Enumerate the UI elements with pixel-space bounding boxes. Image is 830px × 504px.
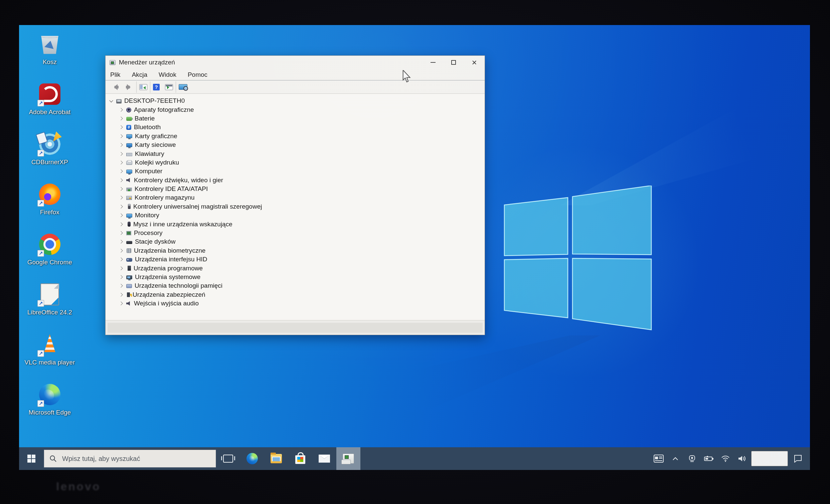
desktop-icon-vlc-media-player[interactable]: ↗ VLC media player <box>23 331 76 381</box>
start-button[interactable] <box>19 447 44 470</box>
toolbar-button-help[interactable]: ? <box>150 81 162 93</box>
desktop-icon-google-chrome[interactable]: ↗ Google Chrome <box>23 231 76 281</box>
tree-item-urz-dzenia-technologii-pami-ci[interactable]: Urządzenia technologii pamięci <box>105 281 485 290</box>
expand-chevron-icon[interactable] <box>119 152 124 156</box>
tree-item-kontrolery-d-wi-ku-wideo-i-gier[interactable]: Kontrolery dźwięku, wideo i gier <box>105 176 485 184</box>
taskbar-app-button-task-view[interactable] <box>216 447 240 470</box>
expand-chevron-icon[interactable] <box>119 160 124 165</box>
search-input[interactable] <box>61 455 202 463</box>
shortcut-arrow-icon: ↗ <box>37 250 44 257</box>
desktop-icon-microsoft-edge[interactable]: ↗ Microsoft Edge <box>23 381 76 432</box>
window-titlebar[interactable]: Menedżer urządzeń × <box>105 56 485 69</box>
toolbar-button-properties[interactable] <box>162 81 176 93</box>
tree-item-baterie[interactable]: Baterie <box>105 114 485 123</box>
action-center-icon[interactable] <box>789 447 807 470</box>
expand-chevron-icon[interactable] <box>119 239 124 244</box>
battery-tray-icon[interactable] <box>701 447 716 470</box>
wifi-icon[interactable] <box>718 447 733 470</box>
desktop-icon-adobe-acrobat[interactable]: ↗ Adobe Acrobat <box>23 81 76 131</box>
tree-item-aparaty-fotograficzne[interactable]: Aparaty fotograficzne <box>105 105 485 114</box>
tree-item-karty-graficzne[interactable]: Karty graficzne <box>105 132 485 140</box>
nav-forward-icon <box>125 84 134 90</box>
tree-item-wej-cia-i-wyj-cia-audio[interactable]: Wejścia i wyjścia audio <box>105 299 485 308</box>
expand-chevron-icon[interactable] <box>119 257 124 262</box>
news-icon[interactable] <box>651 447 666 470</box>
desktop-icon-kosz[interactable]: ↗ Kosz <box>23 31 76 81</box>
expand-chevron-icon[interactable] <box>119 142 124 147</box>
tree-root-computer[interactable]: DESKTOP-7EEETH0 <box>105 97 485 105</box>
close-button[interactable]: × <box>464 56 485 69</box>
menu-item-pomoc[interactable]: Pomoc <box>188 71 208 78</box>
tree-item-stacje-dysk-w[interactable]: Stacje dysków <box>105 237 485 246</box>
tree-item-urz-dzenia-biometryczne[interactable]: Urządzenia biometryczne <box>105 246 485 255</box>
tree-item-kolejki-wydruku[interactable]: Kolejki wydruku <box>105 158 485 167</box>
tree-item-kontrolery-ide-ata-atapi[interactable]: Kontrolery IDE ATA/ATAPI <box>105 184 485 193</box>
horizontal-scrollbar[interactable] <box>105 320 485 335</box>
taskbar-app-button-store[interactable] <box>288 447 312 470</box>
recycle-bin-icon <box>39 33 60 55</box>
expand-chevron-icon[interactable] <box>119 275 124 279</box>
memory-tech-icon <box>126 284 132 288</box>
expand-chevron-icon[interactable] <box>119 222 124 227</box>
tree-item-kontrolery-magazynu[interactable]: Kontrolery magazynu <box>105 193 485 202</box>
tree-item-kontrolery-uniwersalnej-magistrali-szeregowej[interactable]: Kontrolery uniwersalnej magistrali szere… <box>105 202 485 211</box>
webcam-icon[interactable] <box>684 447 700 470</box>
tb-dm-icon <box>343 453 354 464</box>
tree-item-klawiatury[interactable]: Klawiatury <box>105 149 485 158</box>
volume-icon[interactable] <box>734 447 750 470</box>
tree-item-urz-dzenia-zabezpiecze[interactable]: Urządzenia zabezpieczeń <box>105 291 485 299</box>
expand-chevron-icon[interactable] <box>119 283 124 288</box>
taskbar-clock[interactable]: 11:51 26.04.2024 <box>751 451 788 467</box>
menu-item-plik[interactable]: Plik <box>110 71 121 78</box>
toolbar-button-show-console[interactable] <box>136 81 150 93</box>
expand-chevron-icon[interactable] <box>119 213 124 217</box>
expand-chevron-icon[interactable] <box>119 107 124 112</box>
tree-item-bluetooth[interactable]: Bluetooth <box>105 123 485 132</box>
menu-item-akcja[interactable]: Akcja <box>132 71 147 78</box>
expand-chevron-icon[interactable] <box>119 195 124 200</box>
menu-item-widok[interactable]: Widok <box>159 71 177 78</box>
tree-item-label: Bluetooth <box>134 124 161 131</box>
taskbar-app-button-tb-dm[interactable] <box>336 447 360 470</box>
minimize-button[interactable] <box>422 56 443 69</box>
expand-chevron-icon[interactable] <box>119 292 124 297</box>
expand-chevron-icon[interactable] <box>119 116 124 121</box>
expand-chevron-icon[interactable] <box>119 187 124 191</box>
tree-item-label: Wejścia i wyjścia audio <box>134 300 199 307</box>
tree-item-mysz-i-inne-urz-dzenia-wskazuj-ce[interactable]: Mysz i inne urządzenia wskazujące <box>105 220 485 228</box>
chevron-up-icon[interactable] <box>668 447 683 470</box>
tree-item-urz-dzenia-systemowe[interactable]: Urządzenia systemowe <box>105 273 485 281</box>
scan-icon <box>179 84 187 90</box>
nav-back-icon <box>111 84 120 90</box>
tree-item-label: Komputer <box>135 168 162 175</box>
expand-chevron-icon[interactable] <box>119 204 124 209</box>
taskbar-app-button-edge[interactable] <box>240 447 264 470</box>
tree-item-komputer[interactable]: Komputer <box>105 167 485 175</box>
expand-chevron-icon[interactable] <box>119 178 124 182</box>
tree-item-urz-dzenia-programowe[interactable]: Urządzenia programowe <box>105 264 485 272</box>
collapse-chevron-icon[interactable] <box>109 98 114 103</box>
scrollbar-thumb[interactable] <box>107 323 483 333</box>
expand-chevron-icon[interactable] <box>119 266 124 271</box>
expand-chevron-icon[interactable] <box>119 248 124 253</box>
tree-item-urz-dzenia-interfejsu-hid[interactable]: Urządzenia interfejsu HID <box>105 255 485 264</box>
taskbar-search[interactable] <box>44 449 216 468</box>
expand-chevron-icon[interactable] <box>119 231 124 235</box>
expand-chevron-icon[interactable] <box>119 134 124 138</box>
desktop-icon-libreoffice-24-2[interactable]: ↗ LibreOffice 24.2 <box>23 281 76 331</box>
expand-chevron-icon[interactable] <box>119 125 124 130</box>
tree-item-karty-sieciowe[interactable]: Karty sieciowe <box>105 140 485 149</box>
expand-chevron-icon[interactable] <box>119 169 124 174</box>
taskbar-app-button-mail[interactable] <box>312 447 336 470</box>
desktop-icon-label: Adobe Acrobat <box>29 109 71 115</box>
tree-item-procesory[interactable]: Procesory <box>105 229 485 237</box>
tree-item-monitory[interactable]: Monitory <box>105 211 485 220</box>
toolbar-button-nav-forward[interactable] <box>122 81 136 93</box>
expand-chevron-icon[interactable] <box>119 301 124 306</box>
maximize-button[interactable] <box>443 56 464 69</box>
toolbar-button-scan[interactable] <box>176 81 190 93</box>
desktop-icon-cdburnerxp[interactable]: ↗ CDBurnerXP <box>23 131 76 181</box>
toolbar-button-nav-back[interactable] <box>108 81 122 93</box>
desktop-icon-firefox[interactable]: ↗ Firefox <box>23 181 76 231</box>
taskbar-app-button-file-explorer[interactable] <box>264 447 288 470</box>
